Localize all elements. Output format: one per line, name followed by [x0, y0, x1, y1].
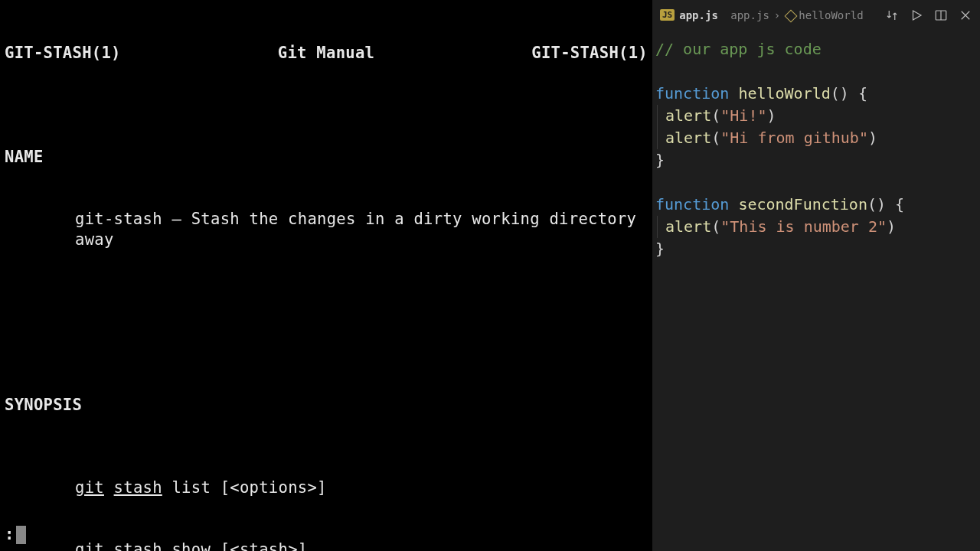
- man-header: GIT-STASH(1) Git Manual GIT-STASH(1): [5, 43, 648, 64]
- compare-changes-icon[interactable]: [885, 8, 899, 22]
- symbol-function-icon: [785, 9, 798, 22]
- name-line: git-stash – Stash the changes in a dirty…: [5, 209, 648, 250]
- run-icon[interactable]: [910, 8, 923, 22]
- chevron-right-icon: ›: [774, 9, 780, 21]
- editor-tabbar: JS app.js app.js › helloWorld: [652, 0, 980, 31]
- close-icon[interactable]: [959, 8, 972, 22]
- synopsis-line-show: git stash show [<stash>]: [5, 540, 648, 551]
- editor-tab[interactable]: app.js: [679, 9, 718, 21]
- man-page-pane[interactable]: GIT-STASH(1) Git Manual GIT-STASH(1) NAM…: [0, 0, 652, 551]
- breadcrumb-function[interactable]: helloWorld: [799, 9, 863, 21]
- synopsis-line-list: git stash list [<options>]: [5, 478, 648, 498]
- pager-prompt[interactable]: :: [5, 524, 26, 545]
- section-synopsis-heading: SYNOPSIS: [5, 395, 648, 416]
- section-name-heading: NAME: [5, 147, 648, 168]
- man-title-center: Git Manual: [278, 43, 374, 64]
- breadcrumb-separator: [723, 9, 729, 21]
- js-file-icon: JS: [660, 9, 675, 21]
- man-title-left: GIT-STASH(1): [5, 43, 121, 64]
- block-cursor: [16, 526, 26, 544]
- pager-prompt-colon: :: [5, 524, 15, 545]
- man-title-right: GIT-STASH(1): [531, 43, 648, 64]
- code-comment: // our app js code: [655, 40, 822, 58]
- editor-pane: JS app.js app.js › helloWorld // our app…: [652, 0, 980, 551]
- split-editor-icon[interactable]: [934, 8, 948, 22]
- editor-body[interactable]: // our app js code function helloWorld()…: [652, 31, 980, 551]
- breadcrumb-file[interactable]: app.js: [730, 9, 769, 21]
